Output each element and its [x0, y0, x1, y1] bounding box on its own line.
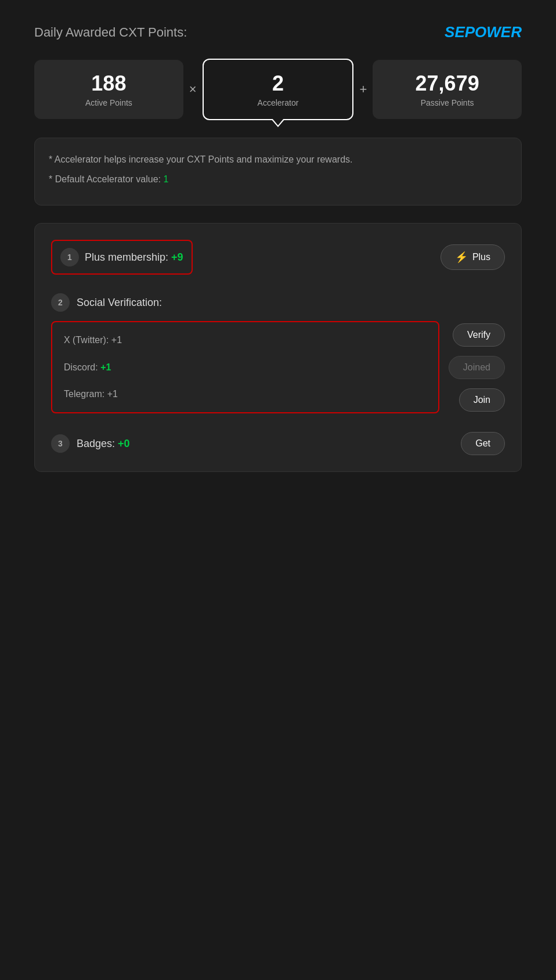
- get-button[interactable]: Get: [461, 432, 505, 455]
- telegram-item: Telegram: +1: [64, 388, 427, 401]
- passive-points-label: Passive Points: [387, 98, 508, 107]
- main-card: 1 Plus membership: +9 ⚡ Plus 2 Social Ve…: [34, 223, 522, 472]
- membership-number: 1: [60, 248, 79, 266]
- social-inner-section: X (Twitter): +1 Discord: +1 Telegram: +1: [51, 321, 505, 413]
- badges-number: 3: [51, 434, 70, 453]
- active-points-value: 188: [48, 71, 169, 96]
- social-title-row: 2 Social Verification:: [51, 293, 505, 312]
- membership-section: 1 Plus membership: +9 ⚡ Plus: [51, 240, 505, 275]
- default-value: 1: [163, 174, 168, 184]
- multiply-operator: ×: [189, 82, 197, 97]
- twitter-item: X (Twitter): +1: [64, 334, 427, 347]
- social-inner: X (Twitter): +1 Discord: +1 Telegram: +1: [51, 321, 505, 413]
- passive-points-card: 27,679 Passive Points: [373, 60, 522, 119]
- accelerator-value: 2: [218, 71, 339, 96]
- header: Daily Awarded CXT Points: SEPOWER: [34, 23, 522, 41]
- info-box: * Accelerator helps increase your CXT Po…: [34, 138, 522, 206]
- social-buttons: Verify Joined Join: [449, 321, 505, 412]
- brand-logo: SEPOWER: [445, 23, 522, 41]
- info-line1: * Accelerator helps increase your CXT Po…: [49, 152, 507, 167]
- membership-title: Plus membership: +9: [85, 251, 183, 264]
- accelerator-label: Accelerator: [218, 98, 339, 107]
- active-points-card: 188 Active Points: [34, 60, 183, 119]
- active-points-label: Active Points: [48, 98, 169, 107]
- discord-item: Discord: +1: [64, 361, 427, 374]
- badges-title: Badges: +0: [77, 438, 130, 450]
- verify-button[interactable]: Verify: [453, 323, 505, 347]
- joined-button[interactable]: Joined: [449, 356, 505, 379]
- header-title: Daily Awarded CXT Points:: [34, 25, 187, 40]
- plus-operator: +: [359, 82, 367, 97]
- social-title: Social Verification:: [77, 297, 162, 309]
- passive-points-value: 27,679: [387, 71, 508, 96]
- info-line2: * Default Accelerator value: 1: [49, 172, 507, 187]
- plus-button[interactable]: ⚡ Plus: [441, 244, 505, 270]
- membership-header: 1 Plus membership: +9 ⚡ Plus: [51, 240, 505, 275]
- join-button[interactable]: Join: [459, 388, 505, 412]
- social-items-box: X (Twitter): +1 Discord: +1 Telegram: +1: [51, 321, 439, 413]
- points-row: 188 Active Points × 2 Accelerator + 27,6…: [34, 59, 522, 120]
- badges-title-row: 3 Badges: +0: [51, 434, 130, 453]
- social-section: 2 Social Verification: X (Twitter): +1 D…: [51, 293, 505, 413]
- badges-row: 3 Badges: +0 Get: [51, 432, 505, 455]
- accelerator-card: 2 Accelerator: [203, 59, 354, 120]
- membership-highlighted: 1 Plus membership: +9: [51, 240, 193, 275]
- badges-section: 3 Badges: +0 Get: [51, 432, 505, 455]
- social-number: 2: [51, 293, 70, 312]
- lightning-icon: ⚡: [455, 251, 468, 264]
